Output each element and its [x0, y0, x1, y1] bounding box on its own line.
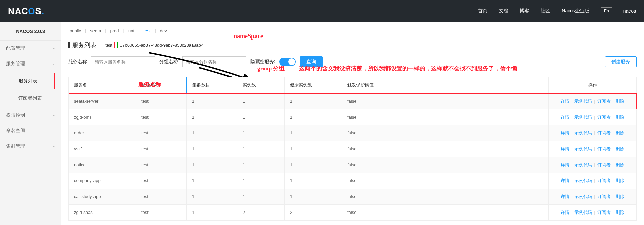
page-title: 服务列表: [72, 41, 97, 49]
action-delete[interactable]: 删除: [616, 115, 624, 120]
cell-instances: 2: [237, 204, 285, 220]
th-instances: 实例数: [237, 77, 285, 93]
cell-actions: 详情|示例代码|订阅者|删除: [549, 204, 637, 220]
cell-name: car-study-app: [69, 189, 136, 204]
ns-tab-uat[interactable]: uat: [127, 28, 136, 33]
action-delete[interactable]: 删除: [616, 178, 624, 183]
title-row: 服务列表 | test 57b60655-ab37-48dd-9ab7-853c…: [68, 41, 637, 49]
lang-switch[interactable]: En: [601, 7, 612, 15]
cell-actions: 详情|示例代码|订阅者|删除: [549, 173, 637, 189]
namespace-tabs: public| seata| prod| uat| test| dev: [68, 28, 637, 33]
cell-clusters: 1: [187, 173, 237, 189]
ns-tab-test[interactable]: test: [142, 28, 152, 33]
cell-group: test: [136, 141, 187, 157]
version-label: NACOS 2.0.3: [0, 22, 61, 41]
action-detail[interactable]: 详情: [561, 130, 569, 135]
create-service-button[interactable]: 创建服务: [605, 56, 637, 67]
cell-clusters: 1: [187, 93, 237, 109]
namespace-id-badge: 57b60655-ab37-48dd-9ab7-853c28aa8ab4: [117, 42, 206, 48]
cell-name: notice: [69, 157, 136, 173]
table-row: car-study-apptest111false详情|示例代码|订阅者|删除: [69, 189, 637, 204]
action-detail[interactable]: 详情: [561, 194, 569, 199]
annotation-note: 这两个的含义我没搞清楚，所以我都设置的一样的，这样就不会找不到服务了，偷个懒: [299, 65, 517, 72]
action-code[interactable]: 示例代码: [574, 162, 592, 167]
content-area: public| seata| prod| uat| test| dev 服务列表…: [61, 22, 644, 225]
topbar: NACOS. 首页 文档 博客 社区 Nacos企业版 En nacos: [0, 0, 644, 22]
cell-threshold: false: [342, 204, 549, 220]
menu-auth[interactable]: 权限控制 ▾: [0, 107, 61, 123]
user-name[interactable]: nacos: [623, 8, 636, 14]
action-code[interactable]: 示例代码: [574, 194, 592, 199]
ns-tab-seata[interactable]: seata: [89, 28, 102, 33]
action-code[interactable]: 示例代码: [574, 115, 592, 120]
cell-instances: 1: [237, 141, 285, 157]
action-detail[interactable]: 详情: [561, 210, 569, 215]
cell-actions: 详情|示例代码|订阅者|删除: [549, 125, 637, 141]
cell-name: yszf: [69, 141, 136, 157]
action-subscriber[interactable]: 订阅者: [597, 99, 611, 104]
action-detail[interactable]: 详情: [561, 162, 569, 167]
top-nav: 首页 文档 博客 社区 Nacos企业版 En nacos: [478, 7, 636, 15]
cell-clusters: 1: [187, 141, 237, 157]
action-subscriber[interactable]: 订阅者: [597, 178, 611, 183]
action-subscriber[interactable]: 订阅者: [597, 162, 611, 167]
action-code[interactable]: 示例代码: [574, 130, 592, 135]
group-name-input[interactable]: [182, 56, 246, 67]
logo-dot: .: [42, 6, 44, 16]
service-name-label: 服务名称: [68, 59, 87, 65]
submenu-subscriber-list[interactable]: 订阅者列表: [12, 91, 55, 106]
cell-group: test: [136, 173, 187, 189]
cell-threshold: false: [342, 109, 549, 125]
action-delete[interactable]: 删除: [616, 194, 624, 199]
action-delete[interactable]: 删除: [616, 146, 624, 151]
nav-docs[interactable]: 文档: [499, 8, 508, 14]
logo-text-o: O: [28, 6, 35, 16]
action-detail[interactable]: 详情: [561, 146, 569, 151]
submenu-service-list[interactable]: 服务列表: [12, 73, 55, 89]
action-delete[interactable]: 删除: [616, 99, 624, 104]
service-table: 服务名 分组名称 集群数目 实例数 健康实例数 触发保护阈值 操作 seata-…: [68, 77, 637, 221]
cell-threshold: false: [342, 125, 549, 141]
action-detail[interactable]: 详情: [561, 115, 569, 120]
table-row: ordertest111false详情|示例代码|订阅者|删除: [69, 125, 637, 141]
cell-actions: 详情|示例代码|订阅者|删除: [549, 157, 637, 173]
cell-group: test: [136, 109, 187, 125]
nav-blog[interactable]: 博客: [520, 8, 529, 14]
ns-tab-public[interactable]: public: [68, 28, 82, 33]
cell-instances: 1: [237, 157, 285, 173]
cell-name: zgjd-saas: [69, 204, 136, 220]
action-code[interactable]: 示例代码: [574, 146, 592, 151]
action-subscriber[interactable]: 订阅者: [597, 146, 611, 151]
ns-tab-dev[interactable]: dev: [159, 28, 168, 33]
action-subscriber[interactable]: 订阅者: [597, 194, 611, 199]
cell-instances: 1: [237, 109, 285, 125]
cell-threshold: false: [342, 141, 549, 157]
chevron-up-icon: ▴: [53, 62, 55, 66]
menu-service-label: 服务管理: [6, 61, 25, 67]
service-name-input[interactable]: [91, 56, 155, 67]
action-code[interactable]: 示例代码: [574, 99, 592, 104]
table-row: noticetest111false详情|示例代码|订阅者|删除: [69, 157, 637, 173]
annotation-service-name: 服务名称: [138, 81, 161, 89]
menu-service[interactable]: 服务管理 ▴: [0, 56, 61, 72]
action-detail[interactable]: 详情: [561, 178, 569, 183]
menu-config[interactable]: 配置管理 ▾: [0, 41, 61, 56]
action-detail[interactable]: 详情: [561, 99, 569, 104]
action-subscriber[interactable]: 订阅者: [597, 115, 611, 120]
action-subscriber[interactable]: 订阅者: [597, 130, 611, 135]
nav-enterprise[interactable]: Nacos企业版: [562, 8, 589, 14]
ns-tab-prod[interactable]: prod: [109, 28, 120, 33]
nav-community[interactable]: 社区: [541, 8, 550, 14]
cell-healthy: 1: [285, 93, 342, 109]
menu-namespace[interactable]: 命名空间: [0, 123, 61, 139]
action-code[interactable]: 示例代码: [574, 178, 592, 183]
action-delete[interactable]: 删除: [616, 210, 624, 215]
nav-home[interactable]: 首页: [478, 8, 487, 14]
cell-group: test: [136, 189, 187, 204]
logo: NACOS.: [8, 6, 44, 17]
action-code[interactable]: 示例代码: [574, 210, 592, 215]
action-delete[interactable]: 删除: [616, 130, 624, 135]
action-delete[interactable]: 删除: [616, 162, 624, 167]
action-subscriber[interactable]: 订阅者: [597, 210, 611, 215]
menu-cluster[interactable]: 集群管理 ▾: [0, 139, 61, 154]
